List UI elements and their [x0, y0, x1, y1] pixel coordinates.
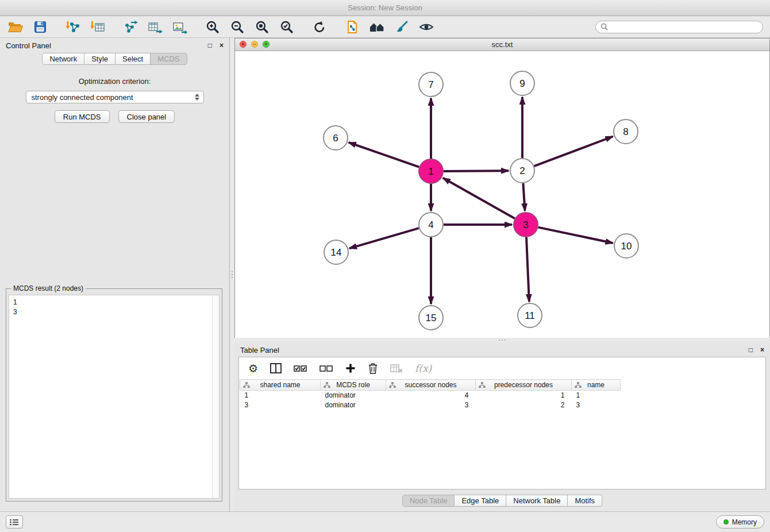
float-table-panel-icon[interactable]: □ [749, 346, 753, 353]
table-panel-tabs: Node TableEdge TableNetwork TableMotifs [234, 495, 770, 507]
zoom-in-icon[interactable] [204, 19, 221, 35]
export-table-icon[interactable] [147, 19, 164, 35]
table-cell[interactable]: 3 [572, 400, 621, 410]
horizontal-splitter[interactable] [234, 338, 770, 342]
optimization-criterion-select[interactable]: strongly connected component [26, 91, 204, 103]
column-settings-gear-icon[interactable]: ⚙ [248, 361, 258, 376]
table-tab-edge-table[interactable]: Edge Table [455, 495, 506, 507]
table-cell[interactable]: 1 [476, 391, 572, 400]
graph-node-8[interactable]: 8 [614, 119, 638, 144]
graph-node-6[interactable]: 6 [324, 126, 348, 150]
graph-node-14[interactable]: 14 [324, 240, 348, 264]
tab-network[interactable]: Network [42, 53, 84, 65]
close-table-panel-icon[interactable]: × [760, 346, 764, 353]
tab-style[interactable]: Style [84, 53, 116, 65]
network-canvas[interactable]: 1234678910111415 [235, 51, 769, 338]
column-header-shared-name[interactable]: shared name [240, 380, 321, 391]
close-panel-icon[interactable]: × [220, 42, 224, 49]
status-bar: Memory [0, 511, 770, 532]
svg-text:6: 6 [333, 133, 338, 144]
main-toolbar [0, 16, 770, 38]
memory-button[interactable]: Memory [716, 515, 764, 529]
svg-text:1: 1 [428, 166, 433, 177]
column-header-MCDS-role[interactable]: MCDS role [321, 380, 386, 391]
table-tab-motifs[interactable]: Motifs [568, 495, 602, 507]
window-title: Session: New Session [0, 0, 770, 16]
graph-node-2[interactable]: 2 [510, 159, 534, 183]
show-hide-details-eye-icon[interactable] [418, 19, 435, 35]
table-cell[interactable]: 3 [386, 400, 476, 410]
result-scrollbar[interactable] [212, 295, 219, 498]
svg-text:10: 10 [621, 241, 632, 252]
table-cell[interactable]: 4 [386, 391, 476, 400]
import-network-icon[interactable] [64, 19, 82, 35]
deselect-all-columns-icon[interactable] [319, 361, 333, 376]
window-close-icon[interactable]: × [240, 41, 247, 48]
vertical-splitter[interactable] [230, 38, 234, 511]
float-panel-icon[interactable]: □ [208, 42, 212, 49]
delete-columns-trash-icon[interactable] [368, 361, 378, 376]
graph-edge-2-3[interactable] [523, 183, 525, 211]
graph-node-3[interactable]: 3 [514, 213, 538, 237]
apply-style-brush-icon[interactable] [393, 19, 410, 35]
task-history-button[interactable] [6, 515, 23, 529]
graph-node-9[interactable]: 9 [510, 71, 534, 95]
toggle-column-view-icon[interactable] [270, 361, 282, 376]
graph-node-11[interactable]: 11 [518, 303, 542, 327]
graph-node-7[interactable]: 7 [419, 72, 443, 97]
mcds-result-group: MCDS result (2 nodes) 13 [6, 288, 222, 502]
graph-edge-4-14[interactable] [349, 228, 419, 248]
control-panel-tabs: NetworkStyleSelectMCDS [0, 53, 229, 65]
control-panel: Control Panel □ × NetworkStyleSelectMCDS… [0, 38, 230, 511]
save-session-icon[interactable] [32, 19, 49, 35]
zoom-selected-icon[interactable] [278, 19, 295, 35]
export-network-icon[interactable] [122, 19, 139, 35]
create-new-column-icon[interactable] [345, 361, 356, 376]
column-header-name[interactable]: name [572, 380, 621, 391]
graph-edge-3-1[interactable] [443, 178, 515, 218]
run-mcds-button[interactable]: Run MCDS [55, 110, 110, 123]
table-cell[interactable]: dominator [321, 391, 386, 400]
open-session-icon[interactable] [7, 19, 24, 35]
graph-edge-3-11[interactable] [526, 237, 529, 302]
table-cell[interactable]: 1 [240, 391, 321, 400]
function-builder-icon: f(x) [415, 361, 432, 376]
graph-edge-1-6[interactable] [349, 142, 419, 167]
table-cell[interactable]: dominator [321, 400, 386, 410]
first-neighbors-icon[interactable] [368, 19, 386, 35]
close-panel-button[interactable]: Close panel [118, 110, 175, 123]
refresh-icon[interactable] [311, 19, 328, 35]
graph-node-15[interactable]: 15 [419, 306, 443, 330]
window-minimize-icon[interactable]: − [251, 41, 258, 48]
export-image-icon[interactable] [171, 19, 188, 35]
graph-node-4[interactable]: 4 [419, 213, 443, 237]
table-row[interactable]: 3dominator323 [240, 400, 621, 410]
zoom-out-icon[interactable] [229, 19, 246, 35]
graph-node-10[interactable]: 10 [614, 234, 638, 258]
graph-edge-2-8[interactable] [534, 137, 613, 167]
graph-node-1[interactable]: 1 [419, 159, 443, 183]
table-cell[interactable]: 2 [476, 400, 572, 410]
column-header-successor-nodes[interactable]: successor nodes [386, 380, 476, 391]
table-tab-network-table[interactable]: Network Table [506, 495, 568, 507]
column-header-predecessor-nodes[interactable]: predecessor nodes [476, 380, 572, 391]
tab-mcds[interactable]: MCDS [151, 53, 187, 65]
optimization-criterion-label: Optimization criterion: [0, 77, 229, 86]
graph-edge-1-2[interactable] [444, 171, 509, 171]
select-all-columns-icon[interactable] [294, 361, 307, 376]
window-zoom-icon[interactable]: + [263, 41, 270, 48]
zoom-fit-icon[interactable] [253, 19, 271, 35]
graph-edge-3-10[interactable] [538, 228, 613, 243]
table-tab-node-table[interactable]: Node Table [402, 495, 455, 507]
import-table-icon[interactable] [89, 19, 106, 35]
svg-text:8: 8 [623, 126, 628, 137]
delete-table-icon [390, 361, 403, 376]
table-cell[interactable]: 3 [240, 400, 321, 410]
svg-text:14: 14 [331, 247, 342, 258]
network-from-selection-icon[interactable] [344, 19, 361, 35]
table-cell[interactable]: 1 [572, 391, 621, 400]
search-input[interactable] [611, 23, 758, 31]
tab-select[interactable]: Select [116, 53, 151, 65]
table-row[interactable]: 1dominator411 [240, 391, 621, 400]
search-box[interactable] [595, 21, 763, 33]
